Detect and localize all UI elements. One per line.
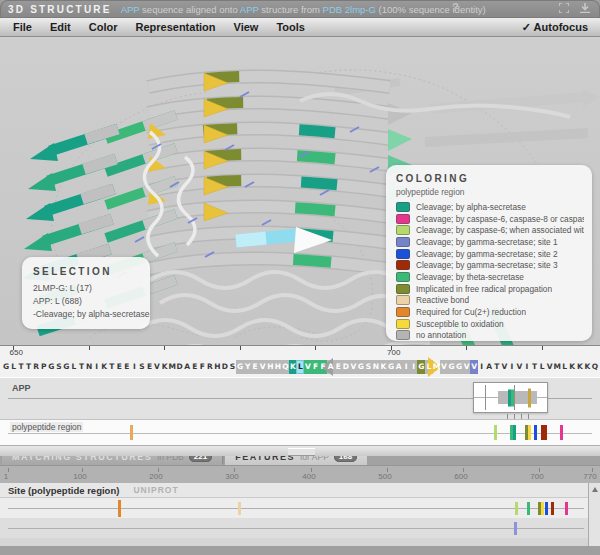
help-icon[interactable]: ?: [452, 1, 459, 13]
title-text: sequence aligned onto: [139, 4, 239, 15]
sequence-ruler: 650700: [0, 345, 600, 357]
legend-item[interactable]: Cleavage; by gamma-secretase; site 1: [396, 236, 584, 248]
ruler-label: 400: [302, 472, 315, 481]
ruler-tick: [542, 346, 543, 350]
ruler-tick: [466, 346, 467, 350]
title-link[interactable]: APP: [121, 4, 140, 15]
legend-label: Cleavage; by alpha-secretase: [416, 202, 526, 212]
title-text: (100% sequence identity): [376, 4, 486, 15]
site-panel: Site (polypeptide region) UNIPROT: [0, 483, 600, 546]
legend-label: Cleavage; by gamma-secretase; site 2: [416, 249, 558, 259]
structure-viewport[interactable]: SELECTION 2LMP-G: L (17)APP: L (688) -Cl…: [0, 37, 600, 345]
titlebar-icons: [559, 3, 590, 13]
site-annotation-tick[interactable]: [515, 502, 518, 515]
ruler-label: 300: [225, 472, 238, 481]
menu-file[interactable]: File: [4, 21, 41, 33]
annotation-tick[interactable]: [494, 425, 497, 440]
site-row-line: [8, 528, 584, 529]
sequence-row[interactable]: GLTTRPGSGLTNIKTEEISEVKMDAEFRHDSGYEVHHQKL…: [0, 357, 600, 377]
autofocus-toggle[interactable]: ✓ Autofocus: [522, 21, 596, 34]
resize-handle[interactable]: [288, 448, 315, 456]
legend-item[interactable]: Required for Cu(2+) reduction: [396, 306, 584, 318]
legend-item[interactable]: Cleavage; by gamma-secretase; site 2: [396, 248, 584, 260]
polypeptide-track: polypeptide region: [0, 419, 600, 446]
site-annotation-tick[interactable]: [565, 502, 568, 515]
site-annotation-tick[interactable]: [514, 522, 517, 535]
ruler-tick: [240, 346, 241, 350]
menu-color[interactable]: Color: [80, 21, 127, 33]
selection-line: -Cleavage; by alpha-secretase: [33, 308, 144, 321]
legend-item[interactable]: no annotation: [396, 330, 584, 341]
legend-item[interactable]: Cleavage; by caspase-6, caspase-8 or cas…: [396, 213, 584, 225]
legend-swatch: [396, 225, 410, 235]
polypeptide-track-line: [8, 433, 592, 434]
scrollbar[interactable]: [588, 483, 600, 546]
titlebar: 3D STRUCTURE APP sequence aligned onto A…: [0, 0, 600, 18]
site-annotation-tick[interactable]: [551, 502, 554, 515]
annotation-tick[interactable]: [513, 425, 516, 440]
ruler-label: 700: [530, 472, 543, 481]
selection-line: APP: L (688): [33, 295, 144, 308]
coloring-title: COLORING: [396, 173, 584, 184]
legend-item[interactable]: Cleavage; by caspase-6; when associated …: [396, 224, 584, 236]
ruler-tick: [164, 346, 165, 350]
title-link[interactable]: APP: [240, 4, 259, 15]
yellow-strand-column: [204, 73, 228, 221]
legend-swatch: [396, 284, 410, 294]
coloring-subtitle: polypeptide region: [396, 187, 584, 197]
legend-swatch: [396, 330, 410, 340]
ruler-tick: [89, 346, 90, 350]
site-annotation-tick[interactable]: [527, 502, 530, 515]
site-annotation-tick[interactable]: [238, 502, 241, 515]
app-track: APP: [0, 378, 600, 419]
app-title: 3D STRUCTURE: [8, 4, 112, 15]
legend-label: Cleavage; by caspase-6, caspase-8 or cas…: [416, 214, 584, 224]
title-link[interactable]: PDB 2lmp-G: [323, 4, 376, 15]
site-annotation-tick[interactable]: [545, 502, 548, 515]
download-icon[interactable]: [580, 3, 590, 13]
legend-item[interactable]: Susceptible to oxidation: [396, 318, 584, 330]
menu-representation[interactable]: Representation: [126, 21, 224, 33]
legend-swatch: [396, 202, 410, 212]
overview-viewport-box[interactable]: [473, 382, 548, 413]
site-row-line: [8, 508, 584, 509]
selection-title: SELECTION: [33, 266, 144, 277]
site-annotation-tick[interactable]: [118, 500, 121, 517]
scroll-up-icon[interactable]: [592, 487, 598, 492]
legend-item[interactable]: Cleavage; by gamma-secretase; site 3: [396, 259, 584, 271]
menu-view[interactable]: View: [225, 21, 268, 33]
annotation-tick[interactable]: [130, 425, 133, 440]
menu-tools[interactable]: Tools: [267, 21, 314, 33]
overview-mark: [528, 388, 531, 407]
legend-swatch: [396, 319, 410, 329]
ruler-label: 600: [454, 472, 467, 481]
site-feature-row-2: [0, 518, 600, 538]
selection-line: 2LMP-G: L (17): [33, 282, 144, 295]
site-header: Site (polypeptide region) UNIPROT: [0, 483, 600, 498]
features-ruler: 1100200300400500600700770: [0, 465, 600, 483]
legend-item[interactable]: Reactive bond: [396, 295, 584, 307]
ruler-label: 1: [4, 472, 8, 481]
ruler-label: 100: [73, 472, 86, 481]
ruler-label: 770: [583, 472, 596, 481]
selection-lines: 2LMP-G: L (17)APP: L (688) -Cleavage; by…: [33, 282, 144, 321]
ruler-label: 500: [378, 472, 391, 481]
annotation-tick[interactable]: [528, 425, 531, 440]
legend-item[interactable]: Cleavage; by alpha-secretase: [396, 201, 584, 213]
legend-label: Cleavage; by gamma-secretase; site 1: [416, 237, 558, 247]
annotation-tick[interactable]: [560, 425, 563, 440]
menu-edit[interactable]: Edit: [41, 21, 80, 33]
legend-item[interactable]: Cleavage; by theta-secretase: [396, 271, 584, 283]
site-annotation-tick[interactable]: [541, 502, 544, 515]
legend-item[interactable]: Implicated in free radical propagation: [396, 283, 584, 295]
residue[interactable]: Q: [591, 360, 599, 374]
legend-swatch: [396, 307, 410, 317]
fullscreen-icon[interactable]: [559, 3, 569, 13]
annotation-tick[interactable]: [534, 425, 537, 440]
app-track-label: APP: [12, 383, 31, 393]
overview-vline: [485, 385, 486, 410]
annotation-tick[interactable]: [544, 425, 547, 440]
legend-swatch: [396, 249, 410, 259]
legend-label: Cleavage; by gamma-secretase; site 3: [416, 260, 558, 270]
legend-swatch: [396, 295, 410, 305]
